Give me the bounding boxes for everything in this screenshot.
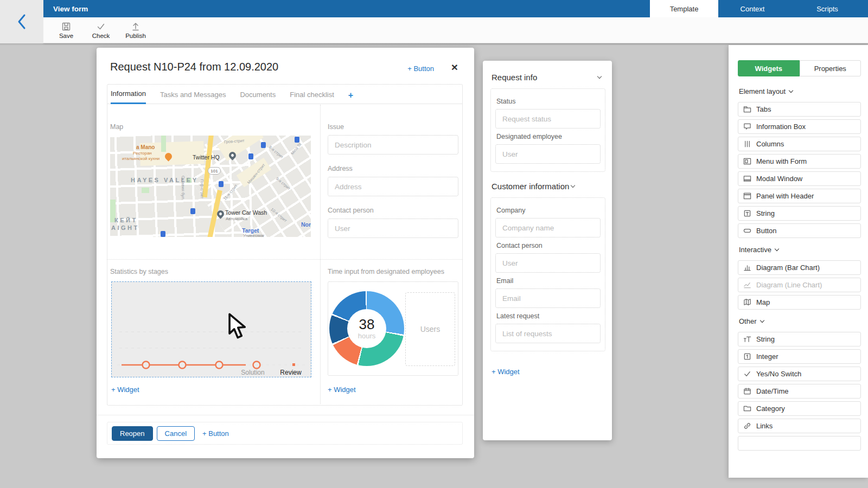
map-street-oktavia: Октавия бул.	[181, 176, 186, 200]
widget-item-string-layout[interactable]: String	[738, 206, 861, 221]
company-input[interactable]	[495, 218, 601, 237]
widget-item-map[interactable]: Map	[738, 295, 861, 310]
widget-item-links[interactable]: Links	[738, 419, 861, 433]
widget-item-label: String	[756, 335, 775, 343]
save-button[interactable]: Save	[54, 22, 78, 39]
text-string-icon	[743, 335, 751, 343]
form-tab-documents[interactable]: Documents	[240, 91, 276, 104]
form-tab-tasks-messages[interactable]: Tasks and Messages	[160, 91, 226, 104]
email-input[interactable]	[495, 288, 601, 308]
widget-item-tabs[interactable]: Tabs	[738, 102, 861, 117]
map-label-tower-car-wash: Tower Car Wash	[225, 209, 267, 216]
widget-item-columns[interactable]: Columns	[738, 137, 861, 151]
publish-button[interactable]: Publish	[124, 22, 148, 39]
map-label-amano-sub1: Ресторан	[133, 151, 152, 156]
contact-person2-input[interactable]	[495, 253, 601, 273]
widget-item-panel-with-header[interactable]: Panel with Header	[738, 189, 861, 203]
form-tab-final-checklist[interactable]: Final checklist	[290, 91, 334, 104]
request-info-title: Request info	[492, 73, 537, 82]
mouse-cursor	[224, 312, 248, 340]
modal-footer-divider	[97, 415, 474, 415]
toolbar: Save Check Publish	[43, 17, 868, 43]
close-icon[interactable]: ×	[451, 61, 458, 73]
widget-item-modal-window[interactable]: Modal Window	[738, 171, 861, 186]
request-info-header[interactable]: Request info	[492, 73, 605, 82]
tab-scripts[interactable]: Scripts	[787, 0, 868, 17]
time-widget-label: Time input from designated employees	[328, 268, 463, 275]
widgets-sidebar: Widgets Properties Element layout Tabs I…	[729, 45, 868, 478]
designated-employee-input[interactable]	[495, 144, 601, 164]
company-label: Company	[496, 207, 601, 214]
widget-item-button[interactable]: Button	[738, 223, 861, 238]
tab-widgets[interactable]: Widgets	[738, 60, 800, 76]
map-transit-icon	[219, 181, 224, 187]
widget-item-label: Button	[756, 227, 777, 235]
widget-item-label: String	[756, 209, 775, 217]
widget-item-yesno-switch[interactable]: Yes/No Switch	[738, 367, 861, 381]
donut-chart: 38 hours	[329, 291, 404, 366]
contact-person2-label: Contact person	[496, 242, 601, 249]
tab-properties[interactable]: Properties	[800, 60, 861, 76]
info-panels: Request info Status Designated employee …	[483, 61, 612, 440]
interactive-header[interactable]: Interactive	[739, 246, 868, 254]
stats-line-chart[interactable]: Solution Review	[111, 281, 311, 377]
status-input[interactable]	[495, 109, 601, 129]
contact-person-field-group: Contact person	[328, 207, 458, 238]
widget-item-label: Integer	[756, 352, 778, 361]
widget-item-diagram-bar-chart[interactable]: Diagram (Bar Chart)	[738, 260, 861, 275]
issue-input[interactable]	[328, 135, 458, 155]
string-box-icon	[743, 209, 751, 217]
footer-add-button[interactable]: + Button	[202, 429, 229, 438]
element-layout-header[interactable]: Element layout	[739, 87, 868, 95]
request-info-group: Status Designated employee	[490, 88, 605, 172]
tab-context[interactable]: Context	[718, 0, 787, 17]
modal-footer: Reopen Cancel + Button	[107, 422, 463, 445]
add-tab-icon[interactable]: +	[348, 91, 353, 104]
users-placeholder-box[interactable]: Users	[405, 292, 455, 366]
other-header[interactable]: Other	[739, 317, 868, 325]
donut-value: 38	[359, 317, 375, 331]
chevron-down-icon	[597, 74, 602, 78]
back-icon[interactable]	[16, 14, 27, 30]
map-transit-icon	[261, 142, 266, 148]
widget-item-label: Columns	[756, 140, 784, 148]
address-input[interactable]	[328, 177, 458, 196]
widget-item-integer[interactable]: Integer	[738, 349, 861, 364]
map-widget-label: Map	[110, 123, 123, 131]
tab-template[interactable]: Template	[650, 0, 718, 17]
widget-item-label: Date/Time	[756, 387, 788, 395]
reopen-button[interactable]: Reopen	[112, 426, 153, 441]
add-widget-link-left[interactable]: + Widget	[111, 386, 139, 394]
modal-add-button[interactable]: + Button	[407, 65, 434, 73]
latest-request-input[interactable]	[495, 324, 601, 343]
check-button[interactable]: Check	[89, 22, 113, 39]
column-divider	[320, 105, 321, 404]
panel-add-widget-link[interactable]: + Widget	[492, 368, 520, 376]
widget-item-string-other[interactable]: String	[738, 332, 861, 346]
widget-item-information-box[interactable]: Information Box	[738, 119, 861, 134]
widget-item-datetime[interactable]: Date/Time	[738, 384, 861, 399]
widget-item-label: Map	[756, 298, 770, 306]
cancel-button[interactable]: Cancel	[157, 426, 195, 441]
contact-person-input[interactable]	[328, 219, 458, 238]
add-widget-link-right[interactable]: + Widget	[328, 386, 356, 394]
widget-item-label: Tabs	[756, 105, 771, 113]
toolbar-shadow	[0, 43, 868, 46]
latest-request-label: Latest request	[496, 312, 601, 320]
map-widget[interactable]: 101 Twitter HQ HAYES VALLEY a Mano Ресто…	[110, 136, 311, 237]
widget-item-menu-with-form[interactable]: Menu with Form	[738, 154, 861, 169]
form-tab-information[interactable]: Information	[111, 89, 146, 104]
customer-info-header[interactable]: Customer information	[492, 182, 605, 191]
map-street-gof: Гоф-стрит	[200, 179, 205, 198]
map-park	[142, 188, 149, 193]
widget-item-category[interactable]: Category	[738, 401, 861, 416]
time-donut-widget[interactable]: 38 hours Users	[328, 281, 458, 376]
widget-item-empty[interactable]	[738, 436, 861, 451]
chevron-down-icon	[789, 88, 793, 92]
map-label-amano: a Mano	[136, 144, 155, 150]
checkmark-icon	[743, 370, 751, 378]
columns-icon	[743, 140, 751, 148]
sidebar-tabs: Widgets Properties	[738, 60, 861, 76]
map-label-amano-sub2: итальянской кухни	[122, 156, 159, 161]
calendar-icon	[743, 387, 751, 395]
